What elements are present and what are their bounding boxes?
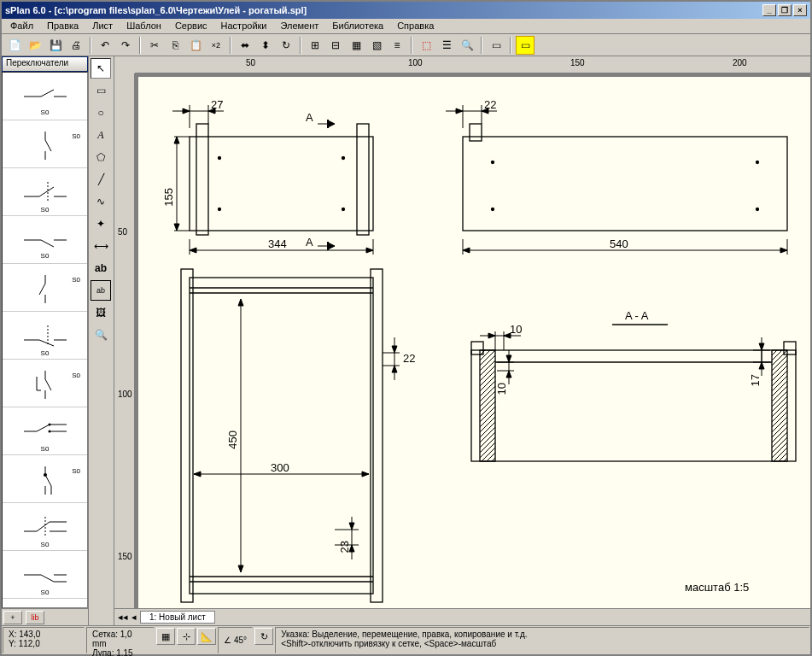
dim-text: 10 bbox=[510, 323, 522, 336]
mirror-v-button[interactable]: ⬍ bbox=[256, 36, 275, 55]
palette-item[interactable]: S0 bbox=[3, 407, 87, 455]
app-window: sPlan 6.0 - [c:\program files\splan_6.0\… bbox=[0, 0, 812, 656]
scale-text: масштаб 1:5 bbox=[685, 581, 749, 594]
menu-settings[interactable]: Настройки bbox=[214, 19, 274, 33]
palette-item[interactable]: S0 bbox=[3, 312, 87, 360]
refresh-button[interactable]: ↻ bbox=[254, 628, 273, 645]
menu-library[interactable]: Библиотека bbox=[325, 19, 390, 33]
copy-button[interactable]: ⎘ bbox=[166, 36, 184, 55]
tab-nav-prev-icon[interactable]: ◂ bbox=[131, 612, 137, 623]
drawing-page[interactable]: 27 A 22 155 344 A 540 22 A - A 10 10 17 … bbox=[138, 77, 810, 608]
palette-item[interactable]: S0 bbox=[3, 360, 87, 407]
palette-footer: + lib bbox=[2, 608, 88, 625]
svg-rect-113 bbox=[471, 350, 796, 461]
snap-toggle-button[interactable]: ⊹ bbox=[177, 628, 196, 645]
open-button[interactable]: 📂 bbox=[26, 36, 44, 55]
node-tool[interactable]: ✦ bbox=[91, 214, 111, 234]
text-tool[interactable]: ab bbox=[91, 258, 111, 278]
paste2-button[interactable]: ×2 bbox=[207, 36, 225, 55]
menu-element[interactable]: Элемент bbox=[273, 19, 325, 33]
svg-line-17 bbox=[39, 340, 54, 346]
image-tool[interactable]: 🖼 bbox=[91, 302, 111, 323]
svg-line-7 bbox=[39, 187, 54, 196]
minimize-button[interactable]: _ bbox=[762, 4, 776, 16]
close-button[interactable]: × bbox=[793, 4, 807, 16]
back-button[interactable]: ▧ bbox=[367, 36, 386, 55]
canvas-viewport[interactable]: 27 A 22 155 344 A 540 22 A - A 10 10 17 … bbox=[135, 73, 810, 608]
svg-line-26 bbox=[37, 425, 50, 431]
dim-text: A bbox=[306, 111, 313, 124]
palette-item[interactable]: S0 bbox=[3, 503, 87, 551]
svg-marker-55 bbox=[183, 108, 190, 114]
line-tool[interactable]: ╱ bbox=[91, 169, 111, 190]
palette-item[interactable]: S0 bbox=[3, 120, 87, 168]
grid-toggle-button[interactable]: ▦ bbox=[156, 628, 175, 645]
drawing-tools: ↖ ▭ ○ A ⬠ ╱ ∿ ✦ ⟷ ab ab 🖼 🔍 bbox=[89, 56, 114, 625]
sheet-tab[interactable]: 1: Новый лист bbox=[140, 611, 215, 624]
svg-line-32 bbox=[45, 475, 51, 486]
restore-button[interactable]: ❐ bbox=[778, 4, 792, 16]
curve-tool[interactable]: ∿ bbox=[91, 191, 111, 212]
pointer-tool[interactable]: ↖ bbox=[91, 58, 111, 79]
svg-point-30 bbox=[48, 430, 50, 432]
ellipse-tool[interactable]: A bbox=[91, 125, 111, 145]
dimension-tool[interactable]: ⟷ bbox=[91, 236, 111, 256]
palette-item[interactable]: S0 bbox=[3, 551, 87, 599]
palette-lib-button[interactable]: lib bbox=[26, 611, 44, 624]
menu-file[interactable]: Файл bbox=[3, 19, 40, 33]
group-button[interactable]: ⊞ bbox=[306, 36, 324, 55]
front-button[interactable]: ▦ bbox=[347, 36, 365, 55]
dim-text: 23 bbox=[338, 541, 351, 553]
find-button[interactable]: 🔍 bbox=[458, 36, 476, 55]
svg-marker-65 bbox=[190, 248, 196, 253]
rotate-button[interactable]: ↻ bbox=[277, 36, 295, 55]
sheet-tabs: ◂◂ ◂ 1: Новый лист bbox=[114, 608, 810, 625]
mirror-h-button[interactable]: ⬌ bbox=[236, 36, 254, 55]
svg-marker-71 bbox=[328, 243, 335, 249]
redo-button[interactable]: ↷ bbox=[116, 36, 135, 55]
undo-button[interactable]: ↶ bbox=[96, 36, 114, 55]
menu-help[interactable]: Справка bbox=[390, 19, 441, 33]
palette-item[interactable]: S0 bbox=[3, 216, 87, 264]
menu-sheet[interactable]: Лист bbox=[85, 19, 120, 33]
new-button[interactable]: 📄 bbox=[5, 36, 24, 55]
menu-template[interactable]: Шаблон bbox=[120, 19, 168, 33]
rect-tool[interactable]: ▭ bbox=[91, 80, 111, 101]
svg-rect-74 bbox=[470, 124, 482, 141]
menu-service[interactable]: Сервис bbox=[168, 19, 214, 33]
paste-button[interactable]: 📋 bbox=[186, 36, 205, 55]
palette-grid: S0 S0 S0 S0 S0 S0 S0 S0 S0 S0 S0 bbox=[2, 72, 88, 608]
window-title: sPlan 6.0 - [c:\program files\splan_6.0\… bbox=[5, 5, 761, 15]
palette-item[interactable]: S0 bbox=[3, 168, 87, 216]
tab-nav-first-icon[interactable]: ◂◂ bbox=[118, 612, 128, 623]
svg-point-78 bbox=[757, 208, 759, 211]
svg-point-77 bbox=[757, 161, 759, 164]
guides-button[interactable]: 📐 bbox=[197, 628, 216, 645]
preview-button[interactable]: ▭ bbox=[487, 36, 505, 55]
circle-tool[interactable]: ○ bbox=[91, 102, 111, 123]
palette-add-button[interactable]: + bbox=[3, 611, 22, 624]
svg-point-49 bbox=[219, 208, 221, 211]
cut-button[interactable]: ✂ bbox=[145, 36, 164, 55]
palette-item[interactable]: S0 bbox=[3, 455, 87, 503]
highlight-button[interactable]: ▭ bbox=[516, 36, 535, 55]
palette-item[interactable]: S0 bbox=[3, 264, 87, 312]
vertical-ruler: 50 100 150 bbox=[114, 73, 135, 608]
save-button[interactable]: 💾 bbox=[46, 36, 65, 55]
dim-text: 300 bbox=[271, 461, 289, 474]
polygon-tool[interactable]: ⬠ bbox=[91, 147, 111, 167]
list-button[interactable]: ☰ bbox=[437, 36, 456, 55]
menu-edit[interactable]: Правка bbox=[40, 19, 85, 33]
svg-marker-102 bbox=[238, 299, 243, 306]
label-tool[interactable]: ab bbox=[91, 280, 111, 301]
align-button[interactable]: ≡ bbox=[388, 36, 406, 55]
zoom-tool[interactable]: 🔍 bbox=[91, 325, 111, 345]
palette-dropdown[interactable]: Переключатели bbox=[2, 56, 88, 72]
palette-item[interactable]: S0 bbox=[3, 73, 87, 120]
cursor-x: X: 143,0 bbox=[9, 630, 79, 639]
svg-rect-73 bbox=[463, 137, 787, 231]
select-rect-button[interactable]: ⬚ bbox=[417, 36, 435, 55]
print-button[interactable]: 🖨 bbox=[67, 36, 85, 55]
svg-marker-123 bbox=[488, 333, 495, 338]
ungroup-button[interactable]: ⊟ bbox=[326, 36, 345, 55]
